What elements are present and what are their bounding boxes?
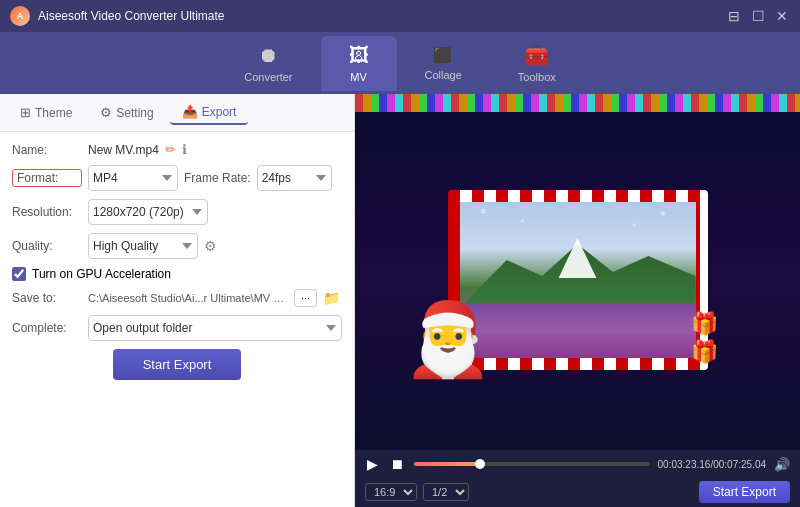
folder-open-icon[interactable]: 📁 [323, 290, 340, 306]
tab-collage[interactable]: ⬛ Collage [397, 38, 490, 89]
snowflake-4: ❄ [632, 222, 636, 228]
tab-toolbox[interactable]: 🧰 Toolbox [490, 35, 584, 91]
save-path: C:\Aiseesoft Studio\Ai...r Ultimate\MV E… [88, 292, 288, 304]
framerate-select[interactable]: 24fps25fps30fps60fps [257, 165, 332, 191]
progress-bar[interactable] [414, 462, 650, 466]
name-value: New MV.mp4 [88, 143, 159, 157]
resolution-select[interactable]: 1280x720 (720p)1920x1080 (1080p)3840x216… [88, 199, 208, 225]
subtab-export[interactable]: 📤 Export [170, 100, 249, 125]
quality-select[interactable]: High QualityMedium QualityLow Quality [88, 233, 198, 259]
complete-row: Complete: Open output folderDo nothingSh… [12, 315, 342, 341]
save-label: Save to: [12, 291, 82, 305]
play-button[interactable]: ▶ [365, 454, 380, 474]
framerate-label: Frame Rate: [184, 171, 251, 185]
subtab-setting[interactable]: ⚙ Setting [88, 101, 165, 124]
name-row: Name: New MV.mp4 ✏ ℹ [12, 142, 342, 157]
player-controls: ▶ ⏹ 00:03:23.16/00:07:25.04 🔊 [355, 450, 800, 478]
tab-converter-label: Converter [244, 71, 292, 83]
start-export-right-button[interactable]: Start Export [699, 481, 790, 503]
name-edit-icon[interactable]: ✏ [165, 142, 176, 157]
snowflake-2: ❄ [520, 217, 525, 224]
preview-inner: ❄ ❄ ❄ ❄ [460, 202, 696, 358]
snowflake-1: ❄ [480, 207, 487, 216]
resolution-label: Resolution: [12, 205, 82, 219]
window-controls: ⊟ ☐ ✕ [726, 8, 790, 24]
gpu-checkbox[interactable] [12, 267, 26, 281]
gift-1: 🎁 [691, 311, 718, 337]
tab-converter[interactable]: ⏺ Converter [216, 36, 320, 91]
name-info-icon[interactable]: ℹ [182, 142, 187, 157]
subtab-theme[interactable]: ⊞ Theme [8, 101, 84, 124]
minimize-button[interactable]: ⊟ [726, 8, 742, 24]
preview-area: ❄ ❄ ❄ ❄ 🎅 🎁 🎁 [355, 94, 800, 450]
app-logo: A [10, 6, 30, 26]
app-title: Aiseesoft Video Converter Ultimate [38, 9, 726, 23]
progress-handle[interactable] [475, 459, 485, 469]
mv-icon: 🖼 [349, 44, 369, 67]
gpu-row: Turn on GPU Acceleration [12, 267, 342, 281]
name-label: Name: [12, 143, 82, 157]
subtab-setting-label: Setting [116, 106, 153, 120]
tab-mv[interactable]: 🖼 MV [321, 36, 397, 91]
tab-collage-label: Collage [425, 69, 462, 81]
subtab-theme-label: Theme [35, 106, 72, 120]
format-select[interactable]: MP4MOVAVIMKV [88, 165, 178, 191]
maximize-button[interactable]: ☐ [750, 8, 766, 24]
setting-gear-icon: ⚙ [100, 105, 112, 120]
quality-settings-icon[interactable]: ⚙ [204, 238, 217, 254]
resolution-row: Resolution: 1280x720 (720p)1920x1080 (10… [12, 199, 342, 225]
aspect-select[interactable]: 16:94:31:1 [365, 483, 417, 501]
left-panel: ⊞ Theme ⚙ Setting 📤 Export Name: New MV.… [0, 94, 355, 507]
format-label: Format: [12, 169, 82, 187]
save-row: Save to: C:\Aiseesoft Studio\Ai...r Ulti… [12, 289, 342, 307]
main-content: ⊞ Theme ⚙ Setting 📤 Export Name: New MV.… [0, 94, 800, 507]
quality-row: Quality: High QualityMedium QualityLow Q… [12, 233, 342, 259]
tab-mv-label: MV [350, 71, 367, 83]
export-icon: 📤 [182, 104, 198, 119]
quality-label: Quality: [12, 239, 82, 253]
subtab-export-label: Export [202, 105, 237, 119]
flower-field [460, 303, 696, 358]
sub-tabs: ⊞ Theme ⚙ Setting 📤 Export [0, 94, 354, 132]
stop-button[interactable]: ⏹ [388, 454, 406, 474]
export-form: Name: New MV.mp4 ✏ ℹ Format: MP4MOVAVIMK… [0, 132, 354, 507]
close-button[interactable]: ✕ [774, 8, 790, 24]
tab-toolbox-label: Toolbox [518, 71, 556, 83]
right-panel: ❄ ❄ ❄ ❄ 🎅 🎁 🎁 [355, 94, 800, 507]
start-export-left-button[interactable]: Start Export [113, 349, 242, 380]
page-select[interactable]: 1/22/2 [423, 483, 469, 501]
santa-figure: 🎅 [403, 303, 493, 375]
titlebar: A Aiseesoft Video Converter Ultimate ⊟ ☐… [0, 0, 800, 32]
preview-background: ❄ ❄ ❄ ❄ 🎅 🎁 🎁 [355, 94, 800, 450]
complete-label: Complete: [12, 321, 82, 335]
progress-fill [414, 462, 480, 466]
complete-select[interactable]: Open output folderDo nothingShut down [88, 315, 342, 341]
volume-icon[interactable]: 🔊 [774, 457, 790, 472]
snowflake-3: ❄ [660, 210, 666, 218]
gift-2: 🎁 [691, 339, 718, 365]
time-display: 00:03:23.16/00:07:25.04 [658, 459, 766, 470]
gift-figures: 🎁 🎁 [691, 311, 718, 365]
collage-icon: ⬛ [433, 46, 453, 65]
toolbox-icon: 🧰 [524, 43, 549, 67]
theme-grid-icon: ⊞ [20, 105, 31, 120]
format-row: Format: MP4MOVAVIMKV Frame Rate: 24fps25… [12, 165, 342, 191]
gpu-label: Turn on GPU Acceleration [32, 267, 171, 281]
converter-icon: ⏺ [258, 44, 278, 67]
main-nav: ⏺ Converter 🖼 MV ⬛ Collage 🧰 Toolbox [0, 32, 800, 94]
player-row2: 16:94:31:1 1/22/2 Start Export [355, 478, 800, 507]
path-browse-button[interactable]: ··· [294, 289, 317, 307]
